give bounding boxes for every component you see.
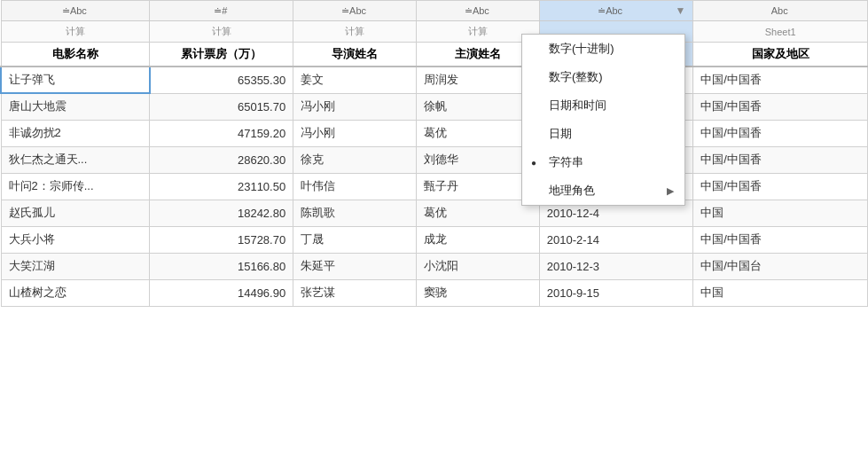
cell-movie-1: 唐山大地震 [1, 93, 150, 120]
menu-item-datetime-label: 日期和时间 [549, 98, 606, 114]
cell-country-1: 中国/中国香 [693, 93, 868, 120]
cell-boxoffice-0: 65355.30 [150, 67, 293, 93]
calc-row: 计算 计算 计算 计算 Sheet1 [1, 21, 868, 43]
cell-country-5: 中国 [693, 200, 868, 226]
cell-movie-5: 赵氏孤儿 [1, 200, 150, 226]
table-row: 叶问2：宗师传... 23110.50 叶伟信 甄子丹 2010-4-27 中国… [1, 173, 868, 200]
table-row: 狄仁杰之通天... 28620.30 徐克 刘德华 2010-9-29 中国/中… [1, 146, 868, 173]
cell-director-5: 陈凯歌 [293, 200, 417, 226]
table-row: 唐山大地震 65015.70 冯小刚 徐帆 中国/中国香 [1, 93, 868, 120]
col-type-date[interactable]: ≐Abc ▼ [539, 1, 693, 21]
menu-item-string[interactable]: 字符串 [522, 148, 684, 176]
menu-item-date-label: 日期 [549, 126, 572, 142]
cell-country-2: 中国/中国香 [693, 120, 868, 146]
type-icon-director: ≐Abc [341, 5, 366, 17]
table-row: 让子弹飞 65355.30 姜文 周润发 中国/中国香 [1, 67, 868, 93]
cell-boxoffice-7: 15166.80 [150, 253, 293, 279]
cell-country-3: 中国/中国香 [693, 146, 868, 173]
table-row: 赵氏孤儿 18242.80 陈凯歌 葛优 2010-12-4 中国 [1, 200, 868, 226]
type-icon-date: ≐Abc [598, 5, 622, 17]
cell-country-4: 中国/中国香 [693, 173, 868, 200]
cell-country-8: 中国 [693, 279, 868, 306]
cell-country-6: 中国/中国香 [693, 226, 868, 253]
cell-actor-7: 小沈阳 [416, 253, 539, 279]
cell-date-7: 2010-12-3 [539, 253, 693, 279]
cell-movie-0[interactable]: 让子弹飞 [1, 67, 150, 93]
colname-movie: 电影名称 [1, 43, 150, 67]
cell-boxoffice-5: 18242.80 [150, 200, 293, 226]
calc-movie: 计算 [1, 21, 150, 43]
submenu-arrow-icon: ▶ [667, 185, 674, 197]
menu-item-decimal-label: 数字(十进制) [549, 41, 614, 57]
cell-director-1: 冯小刚 [293, 93, 417, 120]
colname-country: 国家及地区 [693, 43, 868, 67]
colname-row: 电影名称 累计票房（万） 导演姓名 主演姓名 国家及地区 [1, 43, 868, 67]
cell-country-0: 中国/中国香 [693, 67, 868, 93]
cell-movie-2: 非诚勿扰2 [1, 120, 150, 146]
colname-director: 导演姓名 [293, 43, 417, 67]
type-icon-boxoffice: ≐# [214, 5, 227, 17]
menu-item-integer-label: 数字(整数) [549, 69, 603, 85]
menu-item-geo-label: 地理角色 [549, 183, 595, 199]
cell-director-2: 冯小刚 [293, 120, 417, 146]
main-container: ≐Abc ≐# ≐Abc ≐Abc ≐Abc ▼ Abc [0, 0, 868, 462]
dropdown-arrow-icon[interactable]: ▼ [675, 4, 685, 17]
table-row: 山楂树之恋 14496.90 张艺谋 窦骁 2010-9-15 中国 [1, 279, 868, 306]
cell-boxoffice-8: 14496.90 [150, 279, 293, 306]
type-row: ≐Abc ≐# ≐Abc ≐Abc ≐Abc ▼ Abc [1, 1, 868, 21]
menu-item-integer[interactable]: 数字(整数) [522, 63, 684, 91]
cell-movie-3: 狄仁杰之通天... [1, 146, 150, 173]
calc-director: 计算 [293, 21, 417, 43]
calc-boxoffice: 计算 [150, 21, 293, 43]
cell-director-3: 徐克 [293, 146, 417, 173]
cell-country-7: 中国/中国台 [693, 253, 868, 279]
cell-director-4: 叶伟信 [293, 173, 417, 200]
cell-movie-6: 大兵小将 [1, 226, 150, 253]
menu-item-decimal[interactable]: 数字(十进制) [522, 35, 684, 63]
cell-director-7: 朱延平 [293, 253, 417, 279]
data-table: ≐Abc ≐# ≐Abc ≐Abc ≐Abc ▼ Abc [0, 0, 868, 307]
colname-boxoffice: 累计票房（万） [150, 43, 293, 67]
menu-item-datetime[interactable]: 日期和时间 [522, 91, 684, 120]
table-row: 大笑江湖 15166.80 朱延平 小沈阳 2010-12-3 中国/中国台 [1, 253, 868, 279]
type-icon-actor: ≐Abc [465, 5, 489, 17]
table-body: 让子弹飞 65355.30 姜文 周润发 中国/中国香 唐山大地震 65015.… [1, 67, 868, 306]
type-icon-movie: ≐Abc [62, 5, 87, 17]
cell-director-8: 张艺谋 [293, 279, 417, 306]
cell-movie-7: 大笑江湖 [1, 253, 150, 279]
cell-actor-8: 窦骁 [416, 279, 539, 306]
cell-boxoffice-6: 15728.70 [150, 226, 293, 253]
cell-movie-4: 叶问2：宗师传... [1, 173, 150, 200]
cell-date-6: 2010-2-14 [539, 226, 693, 253]
cell-director-6: 丁晟 [293, 226, 417, 253]
type-dropdown-menu[interactable]: 数字(十进制) 数字(整数) 日期和时间 日期 字符串 地理角色 ▶ [521, 34, 685, 206]
col-type-actor[interactable]: ≐Abc [416, 1, 539, 21]
cell-date-8: 2010-9-15 [539, 279, 693, 306]
col-type-movie[interactable]: ≐Abc [1, 1, 150, 21]
cell-boxoffice-2: 47159.20 [150, 120, 293, 146]
table-row: 非诚勿扰2 47159.20 冯小刚 葛优 中国/中国香 [1, 120, 868, 146]
menu-item-string-label: 字符串 [549, 154, 583, 170]
col-type-boxoffice[interactable]: ≐# [150, 1, 293, 21]
col-type-country[interactable]: Abc [693, 1, 868, 21]
menu-item-geo[interactable]: 地理角色 ▶ [522, 176, 684, 205]
col-type-director[interactable]: ≐Abc [293, 1, 417, 21]
table-row: 大兵小将 15728.70 丁晟 成龙 2010-2-14 中国/中国香 [1, 226, 868, 253]
cell-boxoffice-1: 65015.70 [150, 93, 293, 120]
cell-actor-6: 成龙 [416, 226, 539, 253]
cell-movie-8: 山楂树之恋 [1, 279, 150, 306]
cell-boxoffice-4: 23110.50 [150, 173, 293, 200]
type-icon-country: Abc [771, 5, 788, 16]
calc-country: Sheet1 [693, 21, 868, 43]
cell-boxoffice-3: 28620.30 [150, 146, 293, 173]
menu-item-date[interactable]: 日期 [522, 120, 684, 148]
cell-director-0: 姜文 [293, 67, 417, 93]
